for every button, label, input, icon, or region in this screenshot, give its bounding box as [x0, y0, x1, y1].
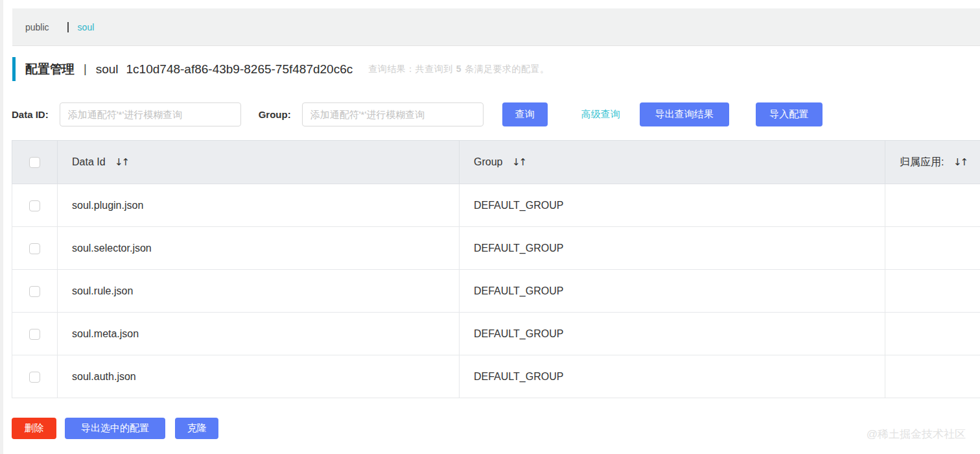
- column-label-data-id: Data Id: [72, 156, 106, 167]
- group-cell: DEFAULT_GROUP: [460, 355, 885, 398]
- row-checkbox-cell: [12, 227, 58, 270]
- table-row: soul.selector.jsonDEFAULT_GROUP: [12, 227, 980, 270]
- group-input[interactable]: [302, 102, 484, 126]
- clone-button[interactable]: 克隆: [175, 418, 218, 439]
- row-checkbox-cell: [12, 184, 58, 227]
- row-checkbox[interactable]: [29, 286, 40, 297]
- table-header: Data Id ↓↑ Group ↓↑ 归属应用: ↓↑: [12, 141, 980, 184]
- import-config-button[interactable]: 导入配置: [756, 102, 822, 126]
- app-cell: [885, 270, 980, 313]
- query-result-suffix: 条满足要求的配置。: [465, 64, 550, 74]
- group-cell: DEFAULT_GROUP: [460, 227, 885, 270]
- row-checkbox-cell: [12, 270, 58, 313]
- row-checkbox[interactable]: [29, 329, 40, 340]
- table-body: soul.plugin.jsonDEFAULT_GROUPsoul.select…: [12, 184, 980, 398]
- table-header-row: Data Id ↓↑ Group ↓↑ 归属应用: ↓↑: [12, 141, 980, 184]
- query-result-prefix: 查询结果：共查询到: [368, 64, 453, 74]
- footer-actions: 删除 导出选中的配置 克隆: [12, 418, 218, 439]
- row-checkbox[interactable]: [29, 372, 40, 383]
- namespace-tab-soul[interactable]: soul: [78, 22, 95, 32]
- app-cell: [885, 227, 980, 270]
- row-checkbox[interactable]: [29, 243, 40, 254]
- table-row: soul.meta.jsonDEFAULT_GROUP: [12, 313, 980, 355]
- sort-icon[interactable]: ↓↑: [115, 156, 128, 168]
- column-label-group: Group: [474, 156, 502, 167]
- advanced-query-link[interactable]: 高级查询: [581, 108, 620, 121]
- sort-icon[interactable]: ↓↑: [512, 156, 526, 168]
- title-separator: |: [84, 62, 87, 76]
- data-id-cell: soul.meta.json: [58, 313, 460, 355]
- table-row: soul.rule.jsonDEFAULT_GROUP: [12, 270, 980, 313]
- namespace-bar: public soul: [12, 8, 980, 46]
- data-id-cell: soul.rule.json: [58, 270, 460, 313]
- group-cell: DEFAULT_GROUP: [460, 313, 885, 355]
- query-result-count: 5: [456, 64, 461, 74]
- export-selected-button[interactable]: 导出选中的配置: [65, 418, 165, 439]
- delete-button[interactable]: 删除: [12, 418, 56, 439]
- title-namespace-name: soul: [96, 62, 119, 77]
- group-cell: DEFAULT_GROUP: [460, 184, 885, 227]
- export-results-button[interactable]: 导出查询结果: [640, 102, 729, 126]
- data-id-cell: soul.plugin.json: [58, 184, 460, 227]
- search-form: Data ID: Group: 查询 高级查询 导出查询结果 导入配置: [12, 102, 980, 126]
- query-result-text: 查询结果：共查询到5条满足要求的配置。: [368, 64, 549, 75]
- app-cell: [885, 184, 980, 227]
- row-checkbox-cell: [12, 355, 58, 398]
- column-header-data-id: Data Id ↓↑: [58, 141, 460, 184]
- app-cell: [885, 313, 980, 355]
- config-table: Data Id ↓↑ Group ↓↑ 归属应用: ↓↑ soul.plugin…: [12, 140, 980, 398]
- title-accent-bar: [12, 57, 16, 81]
- group-label: Group:: [259, 109, 291, 120]
- namespace-tab-public[interactable]: public: [25, 22, 49, 32]
- page-header: 配置管理 | soul 1c10d748-af86-43b9-8265-75f4…: [12, 57, 980, 81]
- title-namespace-id: 1c10d748-af86-43b9-8265-75f487d20c6c: [126, 62, 353, 77]
- page-title: 配置管理: [25, 61, 75, 78]
- data-id-label: Data ID:: [12, 109, 49, 120]
- query-button[interactable]: 查询: [502, 102, 548, 126]
- column-label-app: 归属应用:: [900, 156, 944, 167]
- sort-icon[interactable]: ↓↑: [953, 156, 967, 168]
- row-checkbox[interactable]: [29, 200, 40, 211]
- row-checkbox-cell: [12, 313, 58, 355]
- watermark: @稀土掘金技术社区: [867, 427, 966, 442]
- left-edge-strip: [0, 0, 3, 454]
- app-cell: [885, 355, 980, 398]
- table-row: soul.plugin.jsonDEFAULT_GROUP: [12, 184, 980, 227]
- select-all-checkbox[interactable]: [29, 157, 40, 168]
- data-id-cell: soul.auth.json: [58, 355, 460, 398]
- column-header-group: Group ↓↑: [460, 141, 885, 184]
- select-all-cell: [12, 141, 58, 184]
- table-row: soul.auth.jsonDEFAULT_GROUP: [12, 355, 980, 398]
- namespace-divider: [67, 22, 69, 32]
- column-header-app: 归属应用: ↓↑: [885, 141, 980, 184]
- group-cell: DEFAULT_GROUP: [460, 270, 885, 313]
- data-id-cell: soul.selector.json: [58, 227, 460, 270]
- data-id-input[interactable]: [60, 102, 241, 126]
